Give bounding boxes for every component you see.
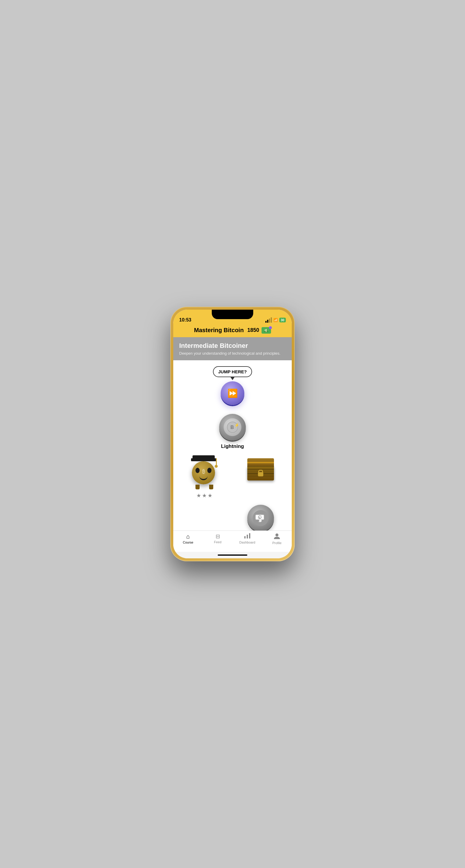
svg-point-12 — [275, 533, 279, 536]
svg-rect-10 — [247, 535, 248, 538]
payment-svg: $ — [253, 510, 269, 526]
home-bar — [218, 555, 247, 556]
profile-label: Profile — [272, 541, 281, 545]
profile-icon — [274, 533, 280, 540]
svg-text:B: B — [230, 425, 234, 430]
nav-item-profile[interactable]: Profile — [262, 533, 292, 545]
lightning-icon: B ⚡ — [219, 414, 246, 440]
course-icon: ⌂ — [186, 533, 190, 540]
svg-text:$: $ — [259, 517, 260, 519]
jump-tooltip: JUMP HERE? — [213, 366, 252, 377]
feed-icon: ⊟ — [215, 533, 220, 540]
status-time: 10:53 — [179, 317, 191, 323]
lightning-inner: B ⚡ — [224, 418, 241, 436]
dashboard-label: Dashboard — [239, 540, 255, 544]
phone-screen: 10:53 📶 30 Mastering Bitcoin 1850 — [173, 310, 292, 558]
section-subtitle: Deepen your understanding of technologic… — [179, 351, 286, 356]
course-label: Course — [183, 540, 193, 544]
course-grid: B ⚡ Lightning — [173, 408, 292, 530]
section-banner: Intermediate Bitcoiner Deepen your under… — [173, 337, 292, 360]
scroll-content[interactable]: JUMP HERE? ⏩ B ⚡ — [173, 360, 292, 530]
bitcoin-lightning-svg: B ⚡ — [227, 421, 238, 433]
nav-item-feed[interactable]: ⊟ Feed — [203, 533, 233, 544]
payment-icon: $ — [247, 505, 274, 530]
svg-rect-9 — [244, 536, 245, 538]
dashboard-icon — [244, 533, 250, 540]
battery-badge: 30 — [279, 318, 286, 322]
lightning-module[interactable]: B ⚡ Lightning — [179, 414, 286, 450]
feed-label: Feed — [214, 540, 221, 544]
payment-icon-wrapper[interactable]: $ — [235, 505, 286, 530]
bottom-nav: ⌂ Course ⊟ Feed Dashboard — [173, 530, 292, 552]
mascot-figure: ₿ — [190, 455, 219, 489]
nav-item-course[interactable]: ⌂ Course — [173, 533, 203, 544]
star-1: ★ — [196, 492, 201, 499]
jump-button[interactable]: ⏩ — [221, 381, 244, 405]
mascot-container: ₿ ★ ★ ★ — [179, 455, 230, 499]
star-3: ★ — [208, 492, 212, 499]
signal-icon — [265, 317, 272, 323]
treasure-chest-icon — [247, 458, 274, 480]
svg-text:⚡: ⚡ — [234, 423, 238, 428]
star-2: ★ — [202, 492, 207, 499]
phone-frame: 10:53 📶 30 Mastering Bitcoin 1850 — [170, 307, 295, 561]
fast-forward-icon: ⏩ — [228, 389, 238, 398]
nav-item-dashboard[interactable]: Dashboard — [233, 533, 262, 544]
coin-count: 1850 — [247, 327, 259, 333]
home-indicator — [173, 552, 292, 558]
status-icons: 📶 30 — [265, 317, 286, 323]
notification-dot — [269, 326, 272, 329]
wifi-icon: 📶 — [273, 318, 278, 322]
mascot-stars: ★ ★ ★ — [196, 492, 212, 499]
treasure-chest-container[interactable] — [235, 455, 286, 480]
svg-rect-11 — [249, 533, 250, 538]
coin-wrapper — [262, 327, 271, 334]
jump-section: JUMP HERE? ⏩ — [173, 360, 292, 408]
section-title: Intermediate Bitcoiner — [179, 342, 286, 350]
lightning-label: Lightning — [221, 443, 244, 450]
app-header: Mastering Bitcoin 1850 — [173, 324, 292, 337]
phone-notch — [212, 310, 253, 319]
header-title: Mastering Bitcoin — [194, 327, 244, 334]
